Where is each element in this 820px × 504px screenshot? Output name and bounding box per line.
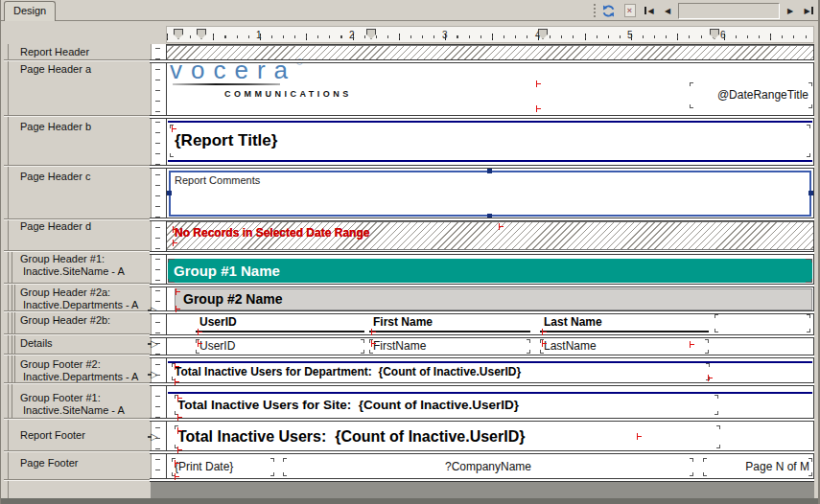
- logo-underline: [173, 83, 280, 85]
- section-divider[interactable]: [150, 165, 814, 169]
- sidebar-section-group-header-2b[interactable]: Group Header #2b:: [20, 314, 110, 326]
- sidebar-divider: [4, 283, 150, 285]
- field-corner-mark: [808, 104, 812, 108]
- ruler-number: 2: [349, 30, 355, 40]
- sidebar-divider: [4, 354, 150, 355]
- sidebar-frame-line: [8, 44, 9, 502]
- section-divider[interactable]: [150, 218, 814, 221]
- field-corner-mark: [690, 104, 693, 108]
- title-top-rule: [168, 121, 812, 123]
- sidebar-divider: [4, 418, 150, 420]
- field-corner-mark: [705, 339, 709, 343]
- section-divider[interactable]: [150, 310, 814, 314]
- field-corner-mark: [807, 125, 810, 128]
- guideline-mark-icon: [173, 226, 176, 233]
- ruler-number: 6: [720, 30, 726, 40]
- report-title-field[interactable]: {Report Title}: [170, 125, 810, 157]
- title-bottom-rule: [168, 160, 812, 162]
- sidebar-section-group-footer-1[interactable]: Group Footer #1:: [20, 392, 101, 403]
- section-divider[interactable]: [150, 450, 814, 454]
- sidebar-section-page-header-b[interactable]: Page Header b: [20, 121, 91, 132]
- print-date-field[interactable]: {Print Date}: [172, 458, 274, 476]
- guideline-mark-icon: [542, 340, 546, 347]
- report-comments-field[interactable]: Report Comments: [169, 171, 811, 217]
- tab-design[interactable]: Design: [4, 1, 56, 21]
- section-divider[interactable]: [150, 251, 814, 255]
- company-name-field[interactable]: ?CompanyName: [283, 458, 693, 476]
- sidebar-divider: [4, 479, 150, 481]
- section-divider[interactable]: [150, 59, 814, 63]
- prev-page-icon[interactable]: ◀: [660, 2, 675, 19]
- sidebar-section-details[interactable]: Details: [20, 337, 53, 349]
- section-divider[interactable]: [150, 115, 814, 119]
- field-corner-mark: [807, 329, 810, 332]
- column-header-last-name[interactable]: Last Name: [540, 314, 709, 332]
- field-corner-mark: [527, 350, 530, 354]
- sidebar-section-report-footer[interactable]: Report Footer: [20, 429, 85, 441]
- sidebar-section-page-header-a[interactable]: Page Header a: [20, 63, 91, 75]
- logo-subtext: COMMUNICATIONS: [224, 89, 352, 99]
- sidebar-section-group-header-2a[interactable]: Group Header #2a:: [20, 286, 110, 298]
- column-header-first-name[interactable]: First Name: [369, 314, 530, 332]
- sidebar-section-page-header-d[interactable]: Page Header d: [20, 220, 91, 232]
- section-divider[interactable]: [150, 382, 814, 386]
- field-corner-mark: [705, 350, 709, 354]
- group1-name-field[interactable]: Group #1 Name: [168, 259, 812, 283]
- report-designer-window: Design × ◀ ◀ ▶ ▶ Report: [0, 0, 820, 504]
- guideline-mark-icon: [177, 414, 181, 421]
- guideline-mark-icon: [371, 340, 375, 347]
- group-footer-2-total-field[interactable]: Total Inactive Users for Department: {Co…: [172, 363, 710, 380]
- details-field-lastname[interactable]: LastName: [540, 339, 709, 354]
- selection-handle[interactable]: [167, 191, 172, 195]
- sidebar-divider: [4, 382, 150, 384]
- refresh-icon[interactable]: [599, 2, 618, 19]
- field-corner-mark: [706, 363, 710, 367]
- page-number-field[interactable]: Page N of M: [703, 458, 812, 476]
- group-footer-1-rule: [168, 392, 812, 394]
- section-divider[interactable]: [150, 334, 814, 338]
- sidebar-section-group-header-1[interactable]: Group Header #1:: [20, 253, 105, 264]
- export-icon[interactable]: ×: [621, 2, 639, 19]
- group2-name-field[interactable]: Group #2 Name: [175, 288, 812, 310]
- guideline-mark-icon: [175, 460, 178, 467]
- gutter-ticks: [155, 48, 160, 478]
- sidebar-section-group-footer-2[interactable]: Group Footer #2:: [20, 358, 101, 370]
- section-divider[interactable]: [150, 418, 814, 422]
- band-pointer-icon: ▷: [151, 370, 158, 379]
- sidebar-divider: [4, 165, 150, 167]
- next-page-icon[interactable]: ▶: [783, 2, 798, 19]
- sidebar-section-group-header-2a-sub: Inactive.Departments - A: [23, 299, 138, 310]
- guideline-mark-icon: [176, 288, 179, 295]
- guideline-mark-icon: [176, 306, 179, 312]
- sidebar-section-report-header[interactable]: Report Header: [20, 46, 89, 57]
- field-corner-mark: [168, 259, 175, 263]
- vertical-gutter-ruler: [151, 44, 166, 482]
- no-records-text-field[interactable]: No Records in Selected Date Range: [175, 226, 369, 240]
- group-footer-1-total-field[interactable]: Total Inactive Users for Site: {Count of…: [175, 395, 718, 415]
- selection-handle[interactable]: [808, 191, 813, 195]
- guideline-mark-icon: [172, 126, 176, 132]
- guideline-mark-icon: [708, 375, 712, 381]
- selection-handle[interactable]: [487, 169, 492, 173]
- section-divider[interactable]: [150, 478, 814, 482]
- column-header-userid[interactable]: UserID: [196, 314, 364, 332]
- sidebar-divider: [4, 115, 150, 117]
- section-divider[interactable]: [150, 284, 814, 287]
- toolbar-grip-icon[interactable]: [594, 4, 597, 17]
- page-indicator-box: [678, 3, 780, 19]
- details-field-firstname[interactable]: FirstName: [369, 339, 530, 354]
- field-corner-mark: [170, 153, 174, 157]
- sidebar-section-page-footer[interactable]: Page Footer: [20, 457, 79, 469]
- ruler-number: 3: [442, 30, 448, 40]
- details-field-userid[interactable]: UserID: [196, 339, 364, 354]
- sidebar-divider: [4, 59, 150, 61]
- last-page-icon[interactable]: ▶: [801, 2, 816, 19]
- date-range-title-field[interactable]: @DateRangeTitle: [690, 82, 812, 108]
- field-corner-mark: [806, 279, 812, 283]
- sidebar-divider: [4, 310, 150, 312]
- first-page-icon[interactable]: ◀: [642, 2, 657, 19]
- sidebar-section-page-header-c[interactable]: Page Header c: [20, 171, 90, 182]
- guideline-mark-icon: [542, 329, 546, 335]
- section-divider[interactable]: [150, 355, 814, 358]
- field-corner-mark: [808, 82, 812, 86]
